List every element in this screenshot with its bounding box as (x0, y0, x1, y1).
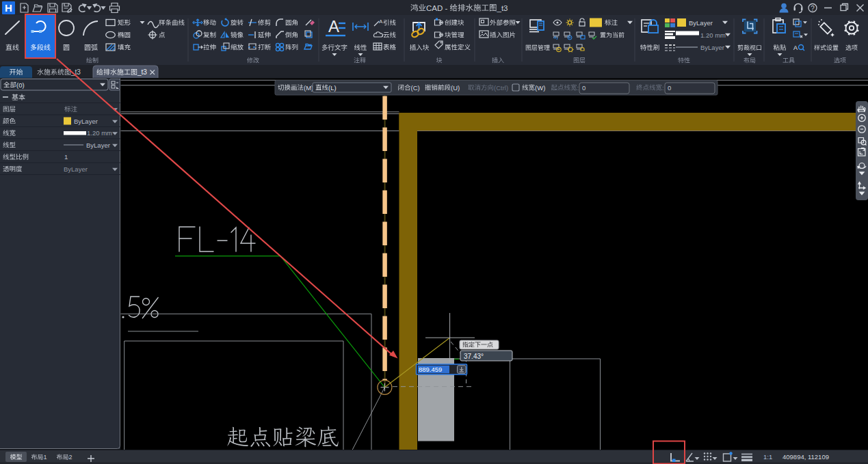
svg-text:(L): (L) (328, 84, 337, 92)
svg-text:ByLayer: ByLayer (700, 44, 724, 51)
svg-text:?: ? (811, 5, 815, 12)
svg-text:0: 0 (582, 84, 586, 92)
svg-text:ByLayer: ByLayer (64, 165, 88, 173)
svg-text:2: 2 (69, 454, 73, 461)
svg-text:0: 0 (668, 84, 671, 92)
svg-text:_t3: _t3 (497, 4, 508, 12)
svg-text:409894, 112109: 409894, 112109 (782, 453, 829, 461)
svg-text:H: H (5, 2, 12, 14)
svg-text::: : (662, 84, 664, 92)
svg-text:(C): (C) (411, 84, 420, 92)
svg-text:ByLayer: ByLayer (74, 118, 98, 125)
svg-text:ByLayer: ByLayer (689, 19, 713, 27)
svg-text:(W): (W) (535, 84, 545, 92)
svg-text:1: 1 (64, 153, 68, 161)
svg-text:A: A (328, 17, 339, 36)
svg-text:(Ctrl): (Ctrl) (494, 84, 508, 92)
svg-text:(M): (M) (304, 84, 313, 92)
svg-text:1:1: 1:1 (763, 453, 772, 461)
svg-text:A: A (793, 44, 798, 51)
svg-text:889.459: 889.459 (419, 366, 442, 373)
svg-text:ByLayer: ByLayer (86, 141, 110, 149)
svg-text:37.43°: 37.43° (464, 353, 484, 360)
svg-text:1: 1 (44, 454, 47, 461)
svg-text::: : (577, 84, 579, 92)
svg-text:1.20 mm: 1.20 mm (700, 31, 726, 39)
svg-text:_t3: _t3 (137, 68, 147, 76)
svg-text:(0): (0) (16, 81, 25, 89)
svg-text:(U): (U) (451, 84, 460, 92)
svg-text:A: A (379, 18, 383, 25)
svg-text:1.20 mm: 1.20 mm (87, 129, 112, 137)
svg-text:CAD -: CAD - (426, 4, 447, 12)
